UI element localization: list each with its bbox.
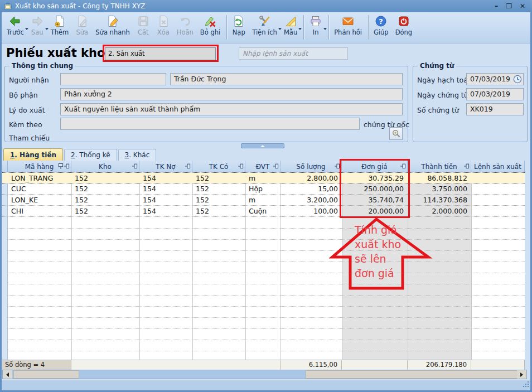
toolbar-button-dong[interactable]: Đóng xyxy=(393,13,417,41)
pin-icon[interactable] xyxy=(185,163,191,169)
tab-khac[interactable]: 3. Khác xyxy=(118,149,157,161)
cell-ma_hang[interactable]: LON_TRANG xyxy=(8,173,71,183)
document-date-field[interactable]: 07/03/2019 xyxy=(466,88,524,100)
department-field[interactable]: Phân xưởng 2 xyxy=(60,88,403,100)
resize-grip[interactable] xyxy=(523,379,529,390)
cell-tk_co[interactable]: 152 xyxy=(192,173,245,183)
cell-tk_no[interactable]: 154 xyxy=(139,183,192,194)
cell-kho[interactable]: 152 xyxy=(71,206,139,216)
cell-tk_co[interactable]: 152 xyxy=(192,183,245,194)
cell-ma_hang[interactable]: LON_KE xyxy=(8,195,71,205)
grid-body: LON_TRANG152154152m2.800,0030.735,2986.0… xyxy=(2,172,525,360)
cell-so_luong[interactable]: 100,00 xyxy=(280,206,342,216)
column-header-tk_co[interactable]: TK Có xyxy=(192,161,245,172)
scrollbar-thumb-left[interactable] xyxy=(13,370,79,379)
toolbar-button-sua-nhanh[interactable]: Sửa nhanh xyxy=(93,13,134,41)
toolbar-button-giup[interactable]: ?Giúp xyxy=(371,13,393,41)
column-header-thanh_tien[interactable]: Thành tiền xyxy=(408,161,471,172)
titlebar: Xuất kho sản xuất - Công ty TNHH XYZ – ❐… xyxy=(0,0,532,12)
column-header-ma_hang[interactable]: Mã hàng xyxy=(8,161,71,172)
toolbar-button-them[interactable]: Thêm xyxy=(48,13,73,41)
toolbar-button-hoan: Hoãn xyxy=(174,13,197,41)
toolbar-button-label: Giúp xyxy=(374,28,389,36)
cell-so_luong[interactable]: 15,00 xyxy=(280,183,342,194)
cell-tk_no[interactable]: 154 xyxy=(139,206,192,216)
page-title: Phiếu xuất kho xyxy=(6,46,105,60)
cell-tk_co[interactable]: 152 xyxy=(192,195,245,205)
cell-ma_hang[interactable]: CUC xyxy=(8,183,71,194)
cell-kho[interactable]: 152 xyxy=(71,195,139,205)
cell-dvt[interactable]: m xyxy=(245,173,280,183)
pin-icon[interactable] xyxy=(132,163,138,169)
cell-thanh_tien[interactable]: 86.058.812 xyxy=(408,173,471,183)
table-row[interactable]: LON_KE152154152m3.200,0035.740,74114.370… xyxy=(2,195,525,206)
scroll-right-button[interactable] xyxy=(517,370,526,379)
arrow-right-icon xyxy=(520,372,523,377)
table-row[interactable]: CUC152154152Hộp15,00250.000,003.750.000 xyxy=(2,183,525,195)
scroll-left-button[interactable] xyxy=(3,370,12,379)
cell-dvt[interactable]: Cuộn xyxy=(245,206,280,216)
toolbar-button-phan-hoi[interactable]: Phản hồi xyxy=(331,13,366,41)
tab-hang-tien[interactable]: 1. Hàng tiền xyxy=(3,148,63,161)
attachment-field[interactable] xyxy=(60,118,360,130)
column-header-kho[interactable]: Kho xyxy=(71,161,139,172)
cell-kho[interactable]: 152 xyxy=(71,183,139,194)
column-header-dvt[interactable]: ĐVT xyxy=(245,161,280,172)
close-button[interactable]: ✕ xyxy=(520,0,525,12)
column-header-tk_no[interactable]: TK Nợ xyxy=(139,161,192,172)
chevron-down-icon[interactable] xyxy=(298,28,302,30)
toolbar-button-tien-ich[interactable]: Tiện ích xyxy=(249,13,281,41)
maximize-button[interactable]: ❐ xyxy=(506,0,512,12)
posting-date-field[interactable]: 07/03/2019 xyxy=(466,73,524,85)
reason-field[interactable]: Xuất nguyên liệu sản xuất thành phẩm xyxy=(60,103,403,115)
cell-ma_hang[interactable]: CHI xyxy=(8,206,71,216)
cell-kho[interactable]: 152 xyxy=(71,173,139,183)
toolbar-button-truoc[interactable]: Trước xyxy=(4,13,28,41)
receiver-name-field[interactable]: Trần Đức Trọng xyxy=(170,73,403,85)
cell-so_luong[interactable]: 3.200,00 xyxy=(280,195,342,205)
receiver-code-field[interactable] xyxy=(60,73,166,85)
table-row[interactable]: LON_TRANG152154152m2.800,0030.735,2986.0… xyxy=(2,172,525,183)
cell-thanh_tien[interactable]: 2.000.000 xyxy=(408,206,471,216)
pin-icon[interactable] xyxy=(464,163,470,169)
ruler-icon xyxy=(284,15,297,27)
document-number-field[interactable]: XK019 xyxy=(466,103,524,115)
cell-dvt[interactable]: m xyxy=(245,195,280,205)
pin-icon[interactable] xyxy=(238,163,244,169)
cell-lenh_sx[interactable] xyxy=(471,183,525,194)
chevron-down-icon[interactable] xyxy=(323,28,327,30)
toolbar-button-label: Mẫu xyxy=(284,28,297,36)
general-info-legend: Thông tin chung xyxy=(9,62,75,70)
printer-icon xyxy=(309,15,322,27)
cell-lenh_sx[interactable] xyxy=(471,173,525,183)
save-icon xyxy=(137,15,149,27)
pin-icon[interactable] xyxy=(273,163,279,169)
toolbar-button-in[interactable]: In xyxy=(306,13,326,41)
cell-tk_co[interactable]: 152 xyxy=(192,206,245,216)
column-header-so_luong[interactable]: Số lượng xyxy=(280,161,342,172)
cell-lenh_sx[interactable] xyxy=(471,195,525,205)
column-header-lenh_sx[interactable]: Lệnh sản xuất xyxy=(471,161,525,172)
reference-lookup-button[interactable] xyxy=(389,127,403,140)
cell-lenh_sx[interactable] xyxy=(471,206,525,216)
cell-tk_no[interactable]: 154 xyxy=(139,195,192,205)
minimize-button[interactable]: – xyxy=(495,0,498,12)
cell-dvt[interactable]: Hộp xyxy=(245,183,280,194)
cell-thanh_tien[interactable]: 3.750.000 xyxy=(408,183,471,194)
date-picker-clock-icon[interactable] xyxy=(513,75,522,84)
toolbar-button-bo-ghi[interactable]: Bỏ ghi xyxy=(197,13,224,41)
cell-thanh_tien[interactable]: 114.370.368 xyxy=(408,195,471,205)
horizontal-scrollbar[interactable] xyxy=(2,370,527,379)
tab-thong-ke[interactable]: 2. Thống kê xyxy=(64,149,117,161)
cell-tk_no[interactable]: 154 xyxy=(139,173,192,183)
production-order-input[interactable]: Nhập lệnh sản xuất xyxy=(239,47,348,60)
grid-empty-row-line xyxy=(8,239,525,240)
cell-so_luong[interactable]: 2.800,00 xyxy=(280,173,342,183)
pin-icon[interactable] xyxy=(58,163,70,169)
toolbar-button-mau[interactable]: Mẫu xyxy=(281,13,301,41)
toolbar-button-nap[interactable]: Nạp xyxy=(229,13,249,41)
scrollbar-thumb-right[interactable] xyxy=(306,370,518,379)
table-row[interactable]: CHI152154152Cuộn100,0020.000,002.000.000 xyxy=(2,206,525,217)
toolbar-button-xoa: Xóa xyxy=(154,13,174,41)
collapse-splitter-handle[interactable] xyxy=(241,143,284,148)
